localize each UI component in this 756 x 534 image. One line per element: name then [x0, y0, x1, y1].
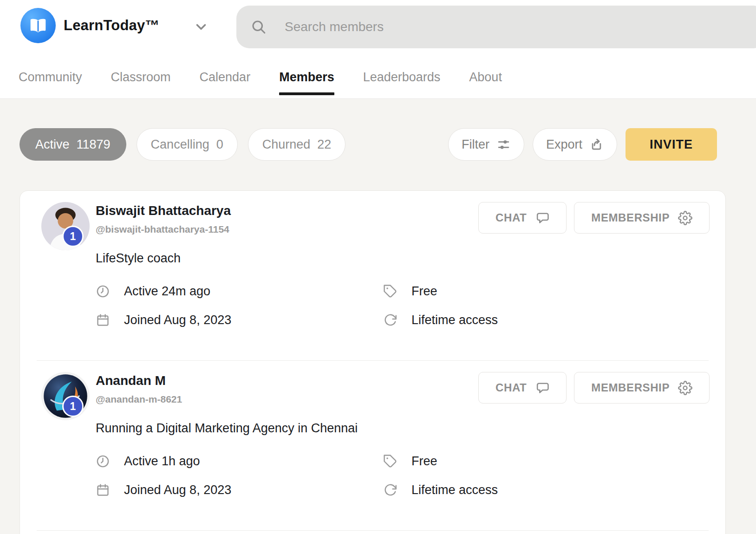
- member-bio: Running a Digital Marketing Agency in Ch…: [96, 421, 709, 436]
- member-meta: Active 24m ago Free: [96, 283, 709, 328]
- toolbar-actions: Filter Export INVITE: [448, 128, 717, 161]
- last-active-text: Active 24m ago: [124, 284, 210, 299]
- sliders-icon: [496, 137, 511, 152]
- tab-classroom[interactable]: Classroom: [111, 56, 171, 99]
- segment-cancelling[interactable]: Cancelling 0: [137, 128, 238, 161]
- gear-icon: [678, 381, 692, 395]
- tab-members[interactable]: Members: [279, 56, 334, 99]
- tab-leaderboards[interactable]: Leaderboards: [363, 56, 441, 99]
- plan-text: Free: [411, 284, 437, 299]
- tab-calendar[interactable]: Calendar: [200, 56, 251, 99]
- chat-label: CHAT: [495, 381, 527, 394]
- status-segments: Active 11879 Cancelling 0 Churned 22: [20, 128, 345, 161]
- tag-icon: [383, 454, 398, 469]
- level-badge: 1: [62, 396, 84, 417]
- member-name[interactable]: Anandan M: [96, 373, 166, 389]
- membership-label: MEMBERSHIP: [591, 381, 670, 394]
- export-label: Export: [546, 137, 582, 152]
- plan-text: Free: [411, 454, 437, 469]
- calendar-icon: [96, 313, 110, 327]
- clock-icon: [96, 284, 110, 299]
- last-active: Active 1h ago: [96, 453, 383, 469]
- avatar[interactable]: 1: [41, 372, 90, 420]
- segment-label: Churned: [262, 137, 311, 152]
- member-row: 1 Biswajit Bhattacharya @biswajit-bhatta…: [20, 191, 725, 360]
- chat-bubble-icon: [535, 211, 549, 225]
- membership-label: MEMBERSHIP: [591, 211, 670, 224]
- chat-bubble-icon: [535, 381, 549, 395]
- export-button[interactable]: Export: [533, 128, 617, 161]
- invite-button[interactable]: INVITE: [626, 128, 717, 161]
- membership-button[interactable]: MEMBERSHIP: [574, 372, 710, 404]
- member-bio: LifeStyle coach: [96, 251, 709, 266]
- export-icon: [589, 137, 604, 152]
- filter-label: Filter: [462, 137, 489, 152]
- segment-count: 22: [317, 137, 331, 152]
- search-input[interactable]: [236, 6, 756, 48]
- search-bar: [236, 6, 756, 48]
- calendar-icon: [96, 483, 110, 497]
- book-icon: [27, 15, 49, 36]
- main-nav: Community Classroom Calendar Members Lea…: [19, 56, 502, 99]
- chat-label: CHAT: [495, 211, 527, 224]
- chat-button[interactable]: CHAT: [478, 202, 567, 234]
- community-logo[interactable]: [20, 8, 56, 43]
- segment-label: Active: [35, 137, 70, 152]
- members-list-card: 1 Biswajit Bhattacharya @biswajit-bhatta…: [20, 190, 726, 534]
- access: Lifetime access: [383, 482, 709, 498]
- member-name[interactable]: Biswajit Bhattacharya: [96, 203, 231, 219]
- row-divider: [37, 530, 709, 531]
- tag-icon: [383, 284, 398, 299]
- level-badge: 1: [62, 226, 84, 247]
- member-actions: CHAT MEMBERSHIP: [478, 372, 710, 404]
- renew-icon: [383, 483, 398, 497]
- plan: Free: [383, 453, 709, 469]
- member-meta: Active 1h ago Free: [96, 453, 709, 498]
- chat-button[interactable]: CHAT: [478, 372, 567, 404]
- membership-button[interactable]: MEMBERSHIP: [574, 202, 710, 234]
- joined-text: Joined Aug 8, 2023: [124, 483, 231, 497]
- segment-label: Cancelling: [151, 137, 209, 152]
- access-text: Lifetime access: [411, 483, 498, 497]
- app-header: LearnToday™ Community Classroom Calendar…: [0, 0, 756, 99]
- last-active-text: Active 1h ago: [124, 454, 200, 469]
- access-text: Lifetime access: [411, 313, 498, 327]
- clock-icon: [96, 454, 110, 469]
- chevron-down-icon[interactable]: [193, 19, 209, 35]
- joined-date: Joined Aug 8, 2023: [96, 312, 383, 328]
- access: Lifetime access: [383, 312, 709, 328]
- tab-about[interactable]: About: [469, 56, 502, 99]
- joined-text: Joined Aug 8, 2023: [124, 313, 231, 327]
- joined-date: Joined Aug 8, 2023: [96, 482, 383, 498]
- last-active: Active 24m ago: [96, 283, 383, 299]
- members-toolbar: Active 11879 Cancelling 0 Churned 22 Fil…: [20, 128, 717, 161]
- filter-button[interactable]: Filter: [448, 128, 524, 161]
- segment-count: 0: [216, 137, 223, 152]
- renew-icon: [383, 313, 398, 327]
- member-row: 1 Anandan M @anandan-m-8621 Running a Di…: [20, 361, 725, 530]
- segment-active[interactable]: Active 11879: [20, 128, 126, 161]
- plan: Free: [383, 283, 709, 299]
- segment-count: 11879: [77, 137, 111, 152]
- avatar[interactable]: 1: [41, 202, 90, 250]
- tab-community[interactable]: Community: [19, 56, 82, 99]
- segment-churned[interactable]: Churned 22: [248, 128, 346, 161]
- community-name[interactable]: LearnToday™: [64, 17, 160, 34]
- member-actions: CHAT MEMBERSHIP: [478, 202, 710, 234]
- gear-icon: [678, 211, 692, 225]
